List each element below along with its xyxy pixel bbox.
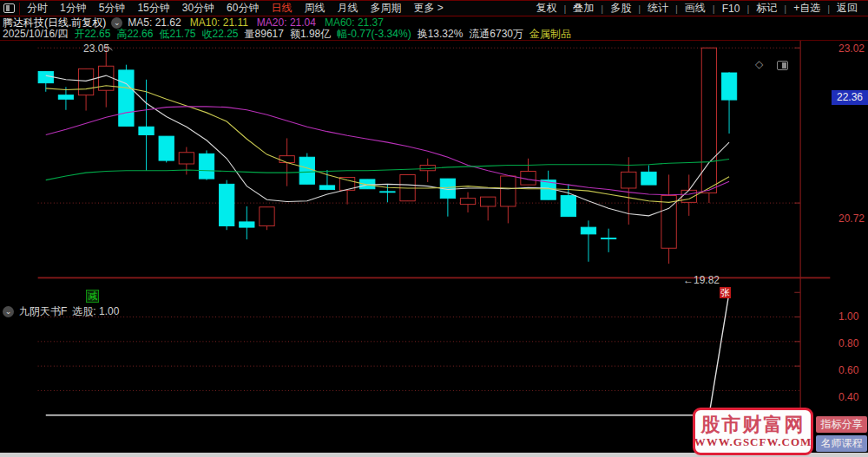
indicator-value: 选股: 1.00 <box>72 304 119 319</box>
quote-field: 量89617 <box>245 27 284 42</box>
quote-field: 低21.75 <box>159 27 195 42</box>
toolbar-divider <box>19 3 20 15</box>
period-tab[interactable]: 更多 > <box>413 1 443 16</box>
toolbar-action-button[interactable]: 返回 <box>830 1 865 16</box>
quote-field: 流通6730万 <box>469 27 523 42</box>
quote-field: 幅-0.77(-3.34%) <box>337 27 411 42</box>
period-tabs: 分时1分钟5分钟15分钟30分钟60分钟日线周线月线多周期更多 > <box>27 1 444 16</box>
price-axis-label: 23.02 <box>838 42 865 55</box>
period-tab[interactable]: 分时 <box>27 1 48 16</box>
quote-field: 2025/10/16/四 <box>3 27 68 42</box>
quote-field: 额1.98亿 <box>290 27 331 42</box>
watermark-badge-indicator-share: 指标分享 <box>816 416 867 433</box>
watermark-box: 股市财富网 WWW.GSCFW.COM <box>693 408 813 455</box>
quote-field: 开22.65 <box>74 27 110 42</box>
signal-marker-rise: 张 <box>720 287 731 298</box>
chevron-down-icon: ⌄ <box>5 306 12 317</box>
toolbar-actions: 复权|叠加|多股|统计|画线|F10|标记|+自选|返回 <box>529 1 865 16</box>
quote-field: 高22.66 <box>116 27 153 42</box>
watermark-badge-teacher-course: 名师课程 <box>816 435 867 452</box>
period-tab[interactable]: 多周期 <box>370 1 401 16</box>
axis-panel-icon[interactable] <box>777 61 788 70</box>
watermark-site-name: 股市财富网 <box>701 415 806 435</box>
toolbar-action-button[interactable]: 画线 <box>678 1 713 16</box>
indicator-name: 九阴天书F <box>19 304 67 319</box>
period-tab[interactable]: 周线 <box>304 1 325 16</box>
diamond-tool-icon[interactable]: ◇ <box>755 58 763 70</box>
period-tab[interactable]: 月线 <box>337 1 358 16</box>
window-layout-icon[interactable] <box>3 3 15 13</box>
last-price-badge: 22.36 <box>832 90 868 105</box>
toolbar-action-button[interactable]: F10 <box>715 3 747 15</box>
toolbar-action-button[interactable]: 叠加 <box>566 1 601 16</box>
indicator-axis-label: 1.00 <box>838 310 858 323</box>
price-annotation: 23.05 <box>83 42 109 55</box>
price-axis-label: 20.72 <box>838 212 865 225</box>
trading-app-window: 分时1分钟5分钟15分钟30分钟60分钟日线周线月线多周期更多 > 复权|叠加|… <box>0 0 868 457</box>
toolbar-action-button[interactable]: 复权 <box>529 1 563 16</box>
quote-field: 收22.25 <box>202 27 239 42</box>
period-tab[interactable]: 15分钟 <box>137 1 169 16</box>
watermark-site-url: WWW.GSCFW.COM <box>694 435 812 449</box>
period-tab[interactable]: 60分钟 <box>227 1 259 16</box>
toolbar-action-button[interactable]: 标记 <box>749 1 784 16</box>
toolbar-action-button[interactable]: 多股 <box>603 1 638 16</box>
price-annotation: ←19.82 <box>683 274 720 286</box>
indicator-axis-label: 0.40 <box>838 391 858 403</box>
toolbar: 分时1分钟5分钟15分钟30分钟60分钟日线周线月线多周期更多 > 复权|叠加|… <box>0 1 868 16</box>
indicator-axis-label: 0.80 <box>838 337 858 349</box>
quote-field: 金属制品 <box>529 27 571 42</box>
period-tab[interactable]: 1分钟 <box>60 1 87 16</box>
quote-field: 换13.32% <box>418 27 464 42</box>
indicator-panel-header: ⌄ 九阴天书F 选股: 1.00 <box>3 305 119 318</box>
period-tab[interactable]: 日线 <box>271 1 292 16</box>
toolbar-action-button[interactable]: +自选 <box>786 1 827 16</box>
indicator-axis-label: 0.60 <box>838 364 858 376</box>
signal-marker-reduce: 减 <box>86 290 99 303</box>
toolbar-action-button[interactable]: 统计 <box>641 1 675 16</box>
collapse-indicator-icon[interactable]: ⌄ <box>3 306 14 317</box>
info-row-2: 2025/10/16/四开22.65高22.66低21.75收22.25量896… <box>3 28 571 40</box>
period-tab[interactable]: 5分钟 <box>99 1 126 16</box>
period-tab[interactable]: 30分钟 <box>182 1 214 16</box>
candlestick-chart-canvas[interactable] <box>0 41 868 457</box>
